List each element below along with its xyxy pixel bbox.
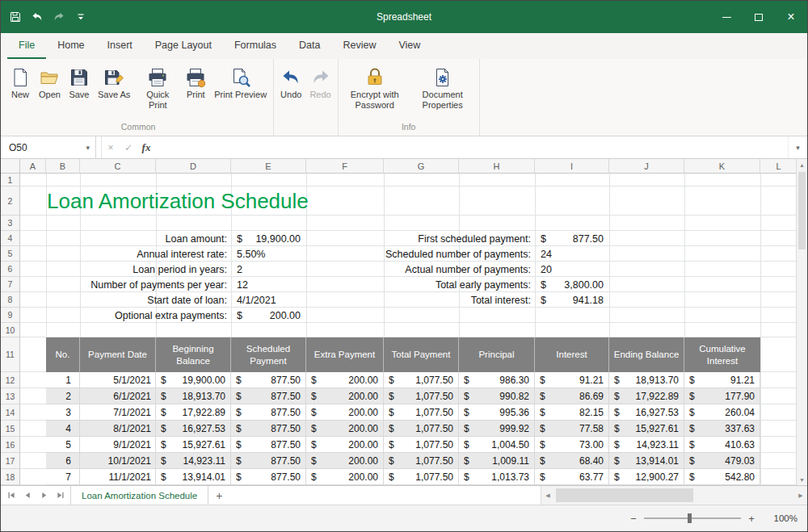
undo-button[interactable]: Undo — [276, 65, 305, 103]
horizontal-scrollbar[interactable]: ◀ ▶ — [541, 486, 807, 505]
column-header-l[interactable]: L — [760, 159, 796, 174]
info-value[interactable]: 4/1/2021 — [231, 292, 306, 308]
formula-bar-expand-icon[interactable]: ▾ — [788, 136, 807, 158]
cell-principal[interactable]: $986.30 — [459, 372, 535, 387]
cell-principal[interactable]: $1,013.73 — [459, 469, 535, 484]
row-header-7[interactable]: 7 — [1, 277, 20, 292]
info-label[interactable]: Total interest: — [306, 292, 535, 308]
cell-cumulative-interest[interactable]: $410.63 — [684, 437, 760, 452]
info-label[interactable]: Annual interest rate: — [20, 246, 231, 262]
column-header-b[interactable]: B — [46, 159, 80, 174]
close-button[interactable]: × — [775, 1, 807, 33]
cell-no[interactable]: 5 — [46, 437, 80, 452]
document-properties-button[interactable]: Document Properties — [409, 65, 477, 112]
vertical-scrollbar[interactable]: ▲ ▼ — [796, 159, 807, 485]
formula-input[interactable] — [155, 136, 788, 158]
save-icon[interactable] — [9, 10, 22, 23]
redo-button[interactable]: Redo — [305, 65, 335, 103]
ribbon-tab-view[interactable]: View — [387, 33, 431, 59]
cell-beginning-balance[interactable]: $17,922.89 — [156, 404, 231, 420]
cell-beginning-balance[interactable]: $14,923.11 — [156, 453, 231, 468]
scroll-left-icon[interactable]: ◀ — [541, 492, 554, 499]
cell-ending-balance[interactable]: $15,927.61 — [609, 421, 684, 436]
cell-extra-payment[interactable]: $200.00 — [306, 453, 384, 468]
cell-cumulative-interest[interactable]: $337.63 — [684, 421, 760, 436]
cell-no[interactable]: 6 — [46, 453, 80, 468]
cell-payment-date[interactable]: 7/1/2021 — [80, 404, 156, 420]
insert-function-icon[interactable]: fx — [137, 136, 155, 158]
cell-no[interactable]: 7 — [46, 469, 80, 484]
sheet-tab-loan-amortization-schedule[interactable]: Loan Amortization Schedule — [70, 486, 208, 505]
cell-interest[interactable]: $68.40 — [535, 453, 609, 468]
redo-icon[interactable] — [53, 10, 65, 23]
cell-ending-balance[interactable]: $17,922.89 — [609, 388, 684, 404]
info-label[interactable]: Optional extra payments: — [20, 308, 231, 323]
cell-total-payment[interactable]: $1,077.50 — [384, 437, 459, 452]
column-header-a[interactable]: A — [20, 159, 46, 174]
quick-access-dropdown-icon[interactable] — [74, 10, 87, 23]
cell-total-payment[interactable]: $1,077.50 — [384, 453, 459, 468]
save-as-button[interactable]: Save As — [94, 65, 134, 103]
cell-principal[interactable]: $990.82 — [459, 388, 535, 404]
cell-cumulative-interest[interactable]: $479.03 — [684, 453, 760, 468]
cell-no[interactable]: 3 — [46, 404, 80, 420]
minimize-button[interactable] — [710, 1, 743, 33]
cell-ending-balance[interactable]: $13,914.01 — [609, 453, 684, 468]
cell-scheduled-payment[interactable]: $877.50 — [231, 404, 306, 420]
column-header-e[interactable]: E — [231, 159, 306, 174]
grid-row[interactable] — [20, 174, 796, 186]
info-label[interactable]: Loan amount: — [20, 231, 231, 246]
ribbon-tab-page-layout[interactable]: Page Layout — [144, 33, 223, 59]
row-header-6[interactable]: 6 — [1, 262, 20, 277]
column-header-c[interactable]: C — [80, 159, 156, 174]
maximize-button[interactable] — [743, 1, 775, 33]
table-header-scheduled-payment[interactable]: Scheduled Payment — [231, 337, 306, 372]
column-header-j[interactable]: J — [609, 159, 684, 174]
zoom-slider-thumb[interactable] — [688, 513, 692, 523]
cell-principal[interactable]: $1,004.50 — [459, 437, 535, 452]
table-header-interest[interactable]: Interest — [535, 337, 609, 372]
column-header-h[interactable]: H — [459, 159, 535, 174]
ribbon-tab-home[interactable]: Home — [46, 33, 95, 59]
info-value[interactable]: 20 — [535, 262, 609, 277]
info-value[interactable]: $877.50 — [535, 231, 609, 246]
horizontal-scrollbar-thumb[interactable] — [556, 488, 693, 502]
row-header-10[interactable]: 10 — [1, 323, 20, 337]
cell-scheduled-payment[interactable]: $877.50 — [231, 469, 306, 484]
cell-payment-date[interactable]: 5/1/2021 — [80, 372, 156, 387]
new-button[interactable]: New — [6, 65, 35, 103]
info-value[interactable]: 2 — [231, 262, 306, 277]
cell-extra-payment[interactable]: $200.00 — [306, 437, 384, 452]
cell-interest[interactable]: $86.69 — [535, 388, 609, 404]
table-header-principal[interactable]: Principal — [459, 337, 535, 372]
cell-extra-payment[interactable]: $200.00 — [306, 404, 384, 420]
ribbon-tab-data[interactable]: Data — [288, 33, 331, 59]
table-header-cumulative-interest[interactable]: Cumulative Interest — [684, 337, 760, 372]
sheet-title[interactable]: Loan Amortization Schedule — [47, 186, 309, 216]
cell-scheduled-payment[interactable]: $877.50 — [231, 421, 306, 436]
cell-beginning-balance[interactable]: $15,927.61 — [156, 437, 231, 452]
encrypt-with-password-button[interactable]: Encrypt with Password — [341, 65, 409, 112]
confirm-formula-icon[interactable]: ✓ — [120, 136, 137, 158]
last-sheet-icon[interactable] — [53, 486, 67, 505]
cell-cumulative-interest[interactable]: $91.21 — [684, 372, 760, 387]
cell-total-payment[interactable]: $1,077.50 — [384, 372, 459, 387]
previous-sheet-icon[interactable] — [20, 486, 35, 505]
cell-no[interactable]: 2 — [46, 388, 80, 404]
row-header-3[interactable]: 3 — [1, 216, 20, 231]
cell-interest[interactable]: $82.15 — [535, 404, 609, 420]
column-header-i[interactable]: I — [535, 159, 609, 174]
cell-total-payment[interactable]: $1,077.50 — [384, 421, 459, 436]
table-header-extra-payment[interactable]: Extra Payment — [306, 337, 384, 372]
row-header-17[interactable]: 17 — [1, 453, 20, 469]
info-label[interactable]: Loan period in years: — [20, 262, 231, 277]
row-header-4[interactable]: 4 — [1, 231, 20, 246]
open-button[interactable]: Open — [35, 65, 65, 103]
cell-interest[interactable]: $63.77 — [535, 469, 609, 484]
cell-extra-payment[interactable]: $200.00 — [306, 372, 384, 387]
cell-beginning-balance[interactable]: $18,913.70 — [156, 388, 231, 404]
cell-extra-payment[interactable]: $200.00 — [306, 469, 384, 484]
cell-interest[interactable]: $73.00 — [535, 437, 609, 452]
row-header-2[interactable]: 2 — [1, 186, 20, 216]
row-header-11[interactable]: 11 — [1, 337, 20, 372]
